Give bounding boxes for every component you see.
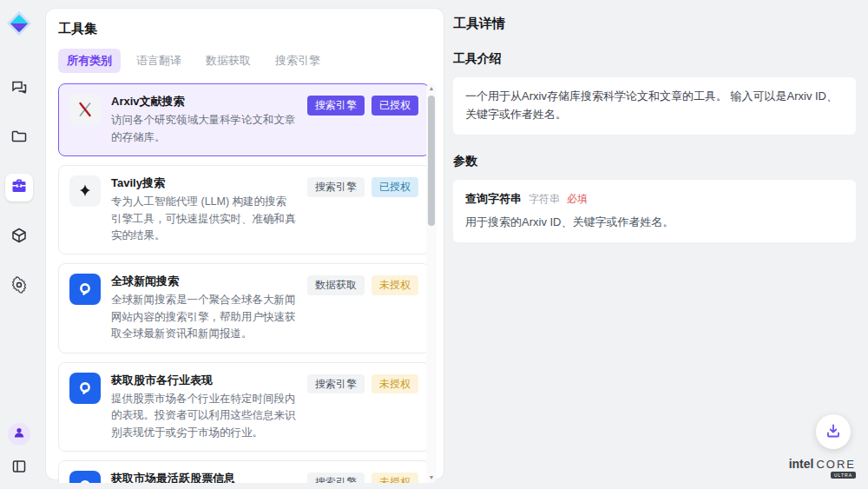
tool-card[interactable]: 获取市场最活跃股票信息 提供当天交易量最高的股票列表，投资者可以利用这些信息来识… <box>58 460 430 483</box>
gear-icon <box>10 276 28 297</box>
intel-core-logo: intel core ultra <box>789 457 856 479</box>
panel-toggle[interactable] <box>9 458 30 479</box>
param-box: 查询字符串 字符串 必填 用于搜索的Arxiv ID、关键字或作者姓名。 <box>453 180 856 243</box>
tool-card[interactable]: 获取股市各行业表现 提供股票市场各个行业在特定时间段内的表现。投资者可以利用这些… <box>58 362 430 452</box>
folder-icon <box>10 128 28 149</box>
tool-card-title: 全球新闻搜索 <box>111 274 297 289</box>
q-search-icon <box>69 274 101 305</box>
intro-text-box: 一个用于从Arxiv存储库搜索科学论文和文章的工具。 输入可以是Arxiv ID… <box>453 77 856 135</box>
download-button[interactable] <box>816 414 851 449</box>
scrollbar-thumb[interactable] <box>428 96 435 226</box>
ultra-brand-badge: ultra <box>831 472 856 479</box>
tool-card-description: 专为人工智能代理 (LLM) 构建的搜索引擎工具，可快速提供实时、准确和真实的结… <box>111 194 297 244</box>
app-logo <box>6 10 32 36</box>
intel-brand-text: intel <box>789 457 814 471</box>
detail-title: 工具详情 <box>453 16 856 32</box>
tool-card-title: Tavily搜索 <box>111 175 297 191</box>
tool-card-description: 全球新闻搜索是一个聚合全球各大新闻网站内容的搜索引擎，帮助用户快速获取全球最新资… <box>111 292 297 342</box>
category-tab[interactable]: 语言翻译 <box>128 49 190 73</box>
auth-status-badge: 已授权 <box>372 96 418 116</box>
rail-nav <box>5 75 33 301</box>
sidebar-item-packages[interactable] <box>5 223 33 251</box>
icon-rail <box>0 0 38 489</box>
param-description: 用于搜索的Arxiv ID、关键字或作者姓名。 <box>465 214 844 232</box>
rail-bottom <box>8 423 30 479</box>
tool-card[interactable]: Arxiv文献搜索 访问各个研究领域大量科学论文和文章的存储库。 搜索引擎 已授… <box>58 83 430 156</box>
param-required-badge: 必填 <box>567 191 588 208</box>
category-tab[interactable]: 数据获取 <box>197 49 260 73</box>
tool-card-title: Arxiv文献搜索 <box>111 94 297 109</box>
toolbox-icon <box>10 177 28 198</box>
toolset-panel: 工具集 所有类别语言翻译数据获取搜索引擎 Arxiv文献搜索 访问各个研究领域大… <box>46 9 444 479</box>
category-badge: 搜索引擎 <box>307 177 365 197</box>
arxiv-icon <box>69 94 101 125</box>
tool-detail-panel: 工具详情 工具介绍 一个用于从Arxiv存储库搜索科学论文和文章的工具。 输入可… <box>444 0 868 489</box>
scrollbar-down-icon[interactable]: ▼ <box>426 472 437 483</box>
params-section-title: 参数 <box>453 154 856 169</box>
user-avatar[interactable] <box>8 423 30 446</box>
param-name: 查询字符串 <box>465 190 522 208</box>
auth-status-badge: 已授权 <box>372 177 418 197</box>
auth-status-badge: 未授权 <box>372 275 418 295</box>
download-icon <box>825 423 841 441</box>
sidebar-item-tools[interactable] <box>5 174 33 202</box>
user-avatar-icon <box>13 426 25 442</box>
tool-card-description: 访问各个研究领域大量科学论文和文章的存储库。 <box>111 112 297 146</box>
auth-status-badge: 未授权 <box>372 374 418 394</box>
star-icon <box>69 175 101 207</box>
category-tab[interactable]: 搜索引擎 <box>266 49 329 73</box>
category-tab[interactable]: 所有类别 <box>58 49 121 73</box>
param-type: 字符串 <box>529 191 560 208</box>
core-brand-text: core <box>816 458 856 471</box>
list-scrollbar[interactable]: ▲ ▼ <box>426 83 437 483</box>
category-badge: 搜索引擎 <box>307 472 365 483</box>
scrollbar-up-icon[interactable]: ▲ <box>426 83 437 94</box>
tool-card-description: 提供股票市场各个行业在特定时间段内的表现。投资者可以利用这些信息来识别表现优于或… <box>111 391 297 441</box>
page-title: 工具集 <box>58 21 433 37</box>
q-search-icon <box>69 373 101 404</box>
panel-toggle-icon <box>11 459 27 478</box>
tool-list-wrap: Arxiv文献搜索 访问各个研究领域大量科学论文和文章的存储库。 搜索引擎 已授… <box>58 83 433 483</box>
category-badge: 搜索引擎 <box>307 96 365 116</box>
auth-status-badge: 未授权 <box>372 472 418 483</box>
category-badge: 数据获取 <box>307 275 365 295</box>
tool-card-list: Arxiv文献搜索 访问各个研究领域大量科学论文和文章的存储库。 搜索引擎 已授… <box>58 83 430 483</box>
tool-card-title: 获取市场最活跃股票信息 <box>111 471 297 483</box>
category-badge: 搜索引擎 <box>307 374 365 394</box>
tool-card-title: 获取股市各行业表现 <box>111 373 297 388</box>
q-search-icon <box>69 471 101 483</box>
sidebar-item-settings[interactable] <box>5 273 33 301</box>
category-tabs: 所有类别语言翻译数据获取搜索引擎 <box>58 49 433 73</box>
cube-icon <box>10 227 28 248</box>
chat-icon <box>10 78 28 99</box>
intro-section-title: 工具介绍 <box>453 51 856 67</box>
sidebar-item-files[interactable] <box>5 124 33 152</box>
tool-card[interactable]: 全球新闻搜索 全球新闻搜索是一个聚合全球各大新闻网站内容的搜索引擎，帮助用户快速… <box>58 263 430 353</box>
sidebar-item-chat[interactable] <box>5 75 33 102</box>
tool-card[interactable]: Tavily搜索 专为人工智能代理 (LLM) 构建的搜索引擎工具，可快速提供实… <box>58 165 430 254</box>
